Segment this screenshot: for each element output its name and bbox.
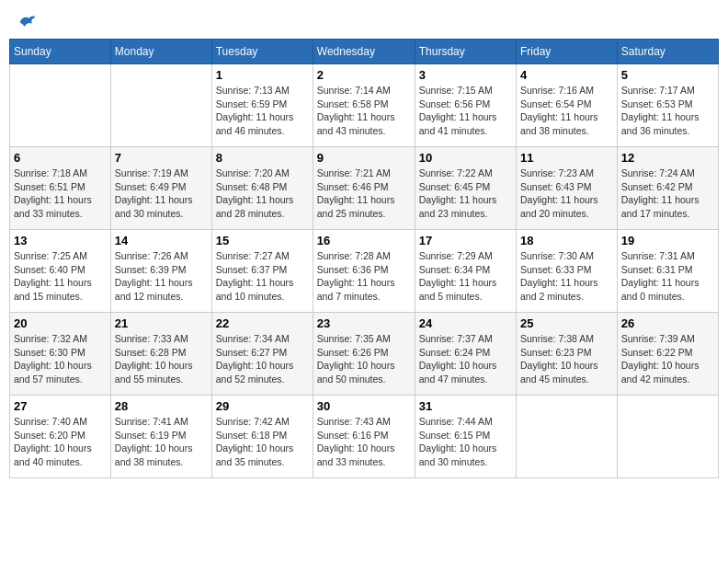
calendar-cell: 14Sunrise: 7:26 AMSunset: 6:39 PMDayligh… xyxy=(110,230,211,313)
day-info: Sunrise: 7:18 AMSunset: 6:51 PMDaylight:… xyxy=(14,167,107,221)
calendar-cell: 19Sunrise: 7:31 AMSunset: 6:31 PMDayligh… xyxy=(617,230,718,313)
day-number: 21 xyxy=(115,316,208,330)
day-info: Sunrise: 7:29 AMSunset: 6:34 PMDaylight:… xyxy=(419,249,512,304)
calendar-cell: 31Sunrise: 7:44 AMSunset: 6:15 PMDayligh… xyxy=(415,396,516,478)
day-header-sunday: Sunday xyxy=(10,40,111,64)
calendar-cell: 5Sunrise: 7:17 AMSunset: 6:53 PMDaylight… xyxy=(617,64,718,147)
day-info: Sunrise: 7:13 AMSunset: 6:59 PMDaylight:… xyxy=(216,84,309,138)
calendar-cell: 13Sunrise: 7:25 AMSunset: 6:40 PMDayligh… xyxy=(10,230,111,313)
day-info: Sunrise: 7:31 AMSunset: 6:31 PMDaylight:… xyxy=(621,249,714,304)
calendar-cell: 9Sunrise: 7:21 AMSunset: 6:46 PMDaylight… xyxy=(313,147,415,230)
day-header-monday: Monday xyxy=(110,40,211,64)
day-info: Sunrise: 7:22 AMSunset: 6:45 PMDaylight:… xyxy=(419,167,512,221)
day-number: 22 xyxy=(216,316,309,330)
day-info: Sunrise: 7:30 AMSunset: 6:33 PMDaylight:… xyxy=(520,249,613,304)
day-header-friday: Friday xyxy=(516,40,617,64)
calendar-cell: 30Sunrise: 7:43 AMSunset: 6:16 PMDayligh… xyxy=(313,396,415,478)
day-info: Sunrise: 7:41 AMSunset: 6:19 PMDaylight:… xyxy=(115,415,208,469)
logo xyxy=(17,13,37,28)
logo-bird-icon xyxy=(18,13,37,31)
day-number: 10 xyxy=(419,151,512,165)
calendar-header-row: SundayMondayTuesdayWednesdayThursdayFrid… xyxy=(10,40,719,64)
day-number: 1 xyxy=(216,68,309,82)
day-number: 7 xyxy=(115,151,208,165)
calendar-cell: 27Sunrise: 7:40 AMSunset: 6:20 PMDayligh… xyxy=(10,396,111,478)
day-info: Sunrise: 7:25 AMSunset: 6:40 PMDaylight:… xyxy=(14,249,107,304)
calendar-cell: 29Sunrise: 7:42 AMSunset: 6:18 PMDayligh… xyxy=(211,396,313,478)
calendar-week-4: 20Sunrise: 7:32 AMSunset: 6:30 PMDayligh… xyxy=(10,313,719,396)
calendar-cell: 20Sunrise: 7:32 AMSunset: 6:30 PMDayligh… xyxy=(10,313,111,396)
day-number: 16 xyxy=(317,234,411,247)
day-header-thursday: Thursday xyxy=(415,40,516,64)
day-number: 5 xyxy=(621,68,714,82)
calendar-cell xyxy=(617,396,718,478)
day-info: Sunrise: 7:26 AMSunset: 6:39 PMDaylight:… xyxy=(115,249,208,304)
day-number: 6 xyxy=(14,151,107,165)
calendar-cell: 12Sunrise: 7:24 AMSunset: 6:42 PMDayligh… xyxy=(617,147,718,230)
calendar-cell: 15Sunrise: 7:27 AMSunset: 6:37 PMDayligh… xyxy=(211,230,313,313)
day-number: 29 xyxy=(216,399,309,413)
calendar-cell: 23Sunrise: 7:35 AMSunset: 6:26 PMDayligh… xyxy=(313,313,415,396)
calendar-week-5: 27Sunrise: 7:40 AMSunset: 6:20 PMDayligh… xyxy=(10,396,719,478)
day-number: 15 xyxy=(216,234,309,247)
calendar-cell: 11Sunrise: 7:23 AMSunset: 6:43 PMDayligh… xyxy=(516,147,617,230)
calendar-cell: 17Sunrise: 7:29 AMSunset: 6:34 PMDayligh… xyxy=(415,230,516,313)
day-header-tuesday: Tuesday xyxy=(211,40,313,64)
day-info: Sunrise: 7:27 AMSunset: 6:37 PMDaylight:… xyxy=(216,249,309,304)
day-number: 13 xyxy=(14,234,107,247)
day-number: 24 xyxy=(419,316,512,330)
day-number: 18 xyxy=(520,234,613,247)
day-info: Sunrise: 7:17 AMSunset: 6:53 PMDaylight:… xyxy=(621,84,714,138)
calendar-cell: 6Sunrise: 7:18 AMSunset: 6:51 PMDaylight… xyxy=(10,147,111,230)
day-info: Sunrise: 7:40 AMSunset: 6:20 PMDaylight:… xyxy=(14,415,107,469)
calendar-cell: 21Sunrise: 7:33 AMSunset: 6:28 PMDayligh… xyxy=(110,313,211,396)
calendar-cell: 10Sunrise: 7:22 AMSunset: 6:45 PMDayligh… xyxy=(415,147,516,230)
day-info: Sunrise: 7:32 AMSunset: 6:30 PMDaylight:… xyxy=(14,332,107,386)
day-number: 31 xyxy=(419,399,512,413)
day-info: Sunrise: 7:39 AMSunset: 6:22 PMDaylight:… xyxy=(621,332,714,386)
day-info: Sunrise: 7:42 AMSunset: 6:18 PMDaylight:… xyxy=(216,415,309,469)
day-number: 27 xyxy=(14,399,107,413)
day-info: Sunrise: 7:24 AMSunset: 6:42 PMDaylight:… xyxy=(621,167,714,221)
calendar-cell xyxy=(10,64,111,147)
calendar-cell: 3Sunrise: 7:15 AMSunset: 6:56 PMDaylight… xyxy=(415,64,516,147)
day-info: Sunrise: 7:37 AMSunset: 6:24 PMDaylight:… xyxy=(419,332,512,386)
day-info: Sunrise: 7:16 AMSunset: 6:54 PMDaylight:… xyxy=(520,84,613,138)
day-number: 9 xyxy=(317,151,411,165)
day-info: Sunrise: 7:33 AMSunset: 6:28 PMDaylight:… xyxy=(115,332,208,386)
day-info: Sunrise: 7:35 AMSunset: 6:26 PMDaylight:… xyxy=(317,332,411,386)
calendar-cell: 25Sunrise: 7:38 AMSunset: 6:23 PMDayligh… xyxy=(516,313,617,396)
day-info: Sunrise: 7:34 AMSunset: 6:27 PMDaylight:… xyxy=(216,332,309,386)
day-number: 11 xyxy=(520,151,613,165)
day-number: 4 xyxy=(520,68,613,82)
day-number: 12 xyxy=(621,151,714,165)
calendar-week-3: 13Sunrise: 7:25 AMSunset: 6:40 PMDayligh… xyxy=(10,230,719,313)
calendar-cell: 16Sunrise: 7:28 AMSunset: 6:36 PMDayligh… xyxy=(313,230,415,313)
day-number: 3 xyxy=(419,68,512,82)
day-info: Sunrise: 7:15 AMSunset: 6:56 PMDaylight:… xyxy=(419,84,512,138)
calendar-cell: 18Sunrise: 7:30 AMSunset: 6:33 PMDayligh… xyxy=(516,230,617,313)
day-header-wednesday: Wednesday xyxy=(313,40,415,64)
calendar-cell: 1Sunrise: 7:13 AMSunset: 6:59 PMDaylight… xyxy=(211,64,313,147)
day-info: Sunrise: 7:14 AMSunset: 6:58 PMDaylight:… xyxy=(317,84,411,138)
day-number: 20 xyxy=(14,316,107,330)
day-info: Sunrise: 7:19 AMSunset: 6:49 PMDaylight:… xyxy=(115,167,208,221)
day-number: 19 xyxy=(621,234,714,247)
day-info: Sunrise: 7:20 AMSunset: 6:48 PMDaylight:… xyxy=(216,167,309,221)
day-number: 23 xyxy=(317,316,411,330)
calendar-cell: 8Sunrise: 7:20 AMSunset: 6:48 PMDaylight… xyxy=(211,147,313,230)
page-header xyxy=(9,9,719,31)
day-info: Sunrise: 7:43 AMSunset: 6:16 PMDaylight:… xyxy=(317,415,411,469)
calendar-week-1: 1Sunrise: 7:13 AMSunset: 6:59 PMDaylight… xyxy=(10,64,719,147)
calendar-cell: 28Sunrise: 7:41 AMSunset: 6:19 PMDayligh… xyxy=(110,396,211,478)
day-number: 8 xyxy=(216,151,309,165)
day-info: Sunrise: 7:21 AMSunset: 6:46 PMDaylight:… xyxy=(317,167,411,221)
day-info: Sunrise: 7:23 AMSunset: 6:43 PMDaylight:… xyxy=(520,167,613,221)
day-number: 2 xyxy=(317,68,411,82)
day-number: 17 xyxy=(419,234,512,247)
calendar-cell: 24Sunrise: 7:37 AMSunset: 6:24 PMDayligh… xyxy=(415,313,516,396)
calendar-cell: 22Sunrise: 7:34 AMSunset: 6:27 PMDayligh… xyxy=(211,313,313,396)
calendar-cell: 7Sunrise: 7:19 AMSunset: 6:49 PMDaylight… xyxy=(110,147,211,230)
day-number: 25 xyxy=(520,316,613,330)
day-info: Sunrise: 7:44 AMSunset: 6:15 PMDaylight:… xyxy=(419,415,512,469)
